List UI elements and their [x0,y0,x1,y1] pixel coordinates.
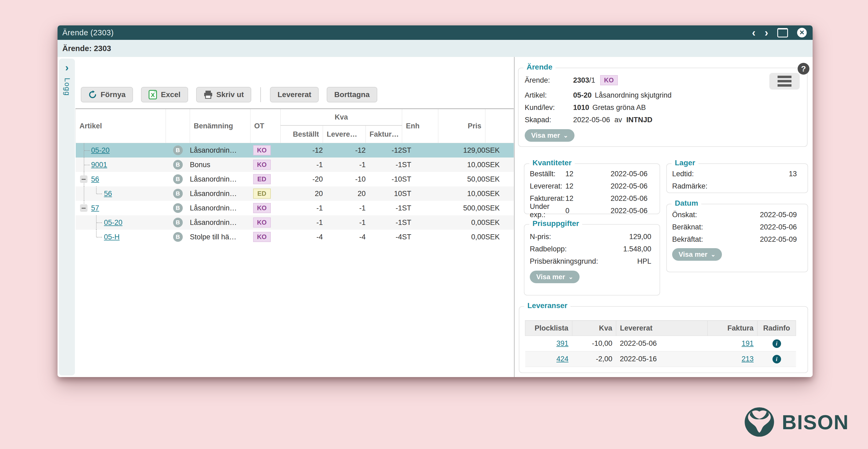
maximize-icon[interactable] [777,28,788,37]
currency-cell: SEK [485,186,514,201]
window-body: › Logg Förnya X Excel [58,57,813,377]
col-header-fakturerat[interactable]: Faktur… [366,125,402,143]
col-header-enh[interactable]: Enh [402,109,438,143]
page: { "window": { "title": "Ärende (2303)", … [0,0,868,449]
info-icon[interactable]: i [773,355,781,363]
field-row: Önskat: 2022-05-09 [672,209,797,221]
artikel-link[interactable]: 56 [91,175,99,183]
back-icon[interactable]: ‹ [752,28,755,37]
field-label: Under exp.: [530,202,565,219]
table-row[interactable]: 56 B Låsanordnin… ED -20 -10 -10 ST 50,0… [76,172,514,186]
skapad-user: INTNJD [626,116,653,124]
faktura-link[interactable]: 213 [741,355,753,363]
col-header-ot[interactable]: OT [250,109,281,143]
col-header-bestallt[interactable]: Beställt [281,125,323,143]
field-label: Ledtid: [672,170,694,178]
collapse-toggle-icon[interactable] [80,175,88,183]
expand-chevron-icon[interactable]: › [65,62,69,73]
toolbar-separator [260,87,261,102]
field-label: Artikel: [525,91,573,99]
tree-guide [97,194,102,194]
delivered-button[interactable]: Levererat [270,87,319,102]
artikel-name: Låsanordning skjutgrind [595,91,672,99]
refresh-button[interactable]: Förnya [81,87,133,102]
visa-mer-button[interactable]: Visa mer ⌄ [672,248,722,261]
print-button[interactable]: Skriv ut [196,87,251,102]
deleted-button[interactable]: Borttagna [327,87,377,102]
excel-button[interactable]: X Excel [141,87,188,102]
bison-logo: BISON [744,407,849,438]
close-icon[interactable]: ✕ [797,28,807,37]
col-header-benamning[interactable]: Benämning [190,109,250,143]
qty-value: 12 [565,194,574,203]
logg-side-tab[interactable]: › Logg [59,59,75,376]
printer-icon [204,90,213,99]
table-row: 424 -2,00 2022-05-16 213 i [525,351,796,367]
col-header-kva-group[interactable]: Kva [281,109,402,126]
forward-icon[interactable]: › [765,28,768,37]
artikel-link[interactable]: 56 [104,190,112,198]
col-header-icon[interactable] [166,109,190,143]
logg-tab-label[interactable]: Logg [63,78,71,96]
radbelopp-value: 1.548,00 [623,245,651,253]
artikel-code: 05-20 [573,91,592,99]
col-header-radinfo[interactable]: Radinfo [757,321,796,336]
bestallt-cell: -20 [281,172,323,186]
table-row[interactable]: 05-20 B Låsanordnin… KO -1 -1 -1 ST 0,00… [76,215,514,230]
info-icon[interactable]: i [773,339,781,348]
field-row: Beställt: 12 2022-05-06 [530,168,648,180]
table-row: 391 -10,00 2022-05-06 191 i [525,336,796,351]
bestallt-cell: -12 [281,143,323,158]
col-header-faktura[interactable]: Faktura [708,321,757,336]
faktura-link[interactable]: 191 [741,339,753,347]
artikel-link[interactable]: 05-20 [91,146,110,154]
ot-badge: ED [253,174,271,184]
artikel-link[interactable]: 9001 [91,161,107,169]
deliveries-table: Plocklista Kva Levererat Faktura Radinfo… [525,320,796,367]
col-header-currency[interactable] [485,109,514,143]
artikel-link[interactable]: 57 [91,204,99,212]
table-row[interactable]: 57 B Låsanordnin… KO -1 -1 -1 ST 500,00 … [76,201,514,215]
artikel-link[interactable]: 05-H [104,233,120,241]
prisberakningsgrund-value: HPL [637,257,651,265]
npris-value: 129,00 [629,233,651,241]
field-row: Radbelopp: 1.548,00 [530,243,651,255]
field-label: Skapad: [525,116,573,124]
col-header-pris[interactable]: Pris [438,109,485,143]
table-row[interactable]: 9001 B Bonus KO -1 -1 -1 ST 10,00 SEK [76,158,514,172]
collapse-toggle-icon[interactable] [80,204,88,212]
col-header-kva[interactable]: Kva [572,321,616,336]
table-row[interactable]: 56 B Låsanordnin… ED 20 20 10 ST 10,00 S… [76,186,514,201]
pris-cell: 0,00 [438,215,485,230]
chevron-down-icon: ⌄ [568,274,573,281]
visa-mer-button[interactable]: Visa mer ⌄ [525,129,575,142]
visa-mer-button[interactable]: Visa mer ⌄ [530,270,580,283]
b-badge: B [173,174,183,184]
col-header-artikel[interactable]: Artikel [76,109,166,143]
benamning-cell: Låsanordnin… [190,172,250,186]
fakturerat-cell: -10 [366,172,402,186]
plocklista-link[interactable]: 391 [556,339,568,347]
help-icon[interactable]: ? [798,63,809,75]
currency-cell: SEK [485,143,514,158]
pris-cell: 10,00 [438,158,485,172]
table-row[interactable]: 05-20 B Låsanordnin… KO -12 -12 -12 ST 1… [76,143,514,158]
enh-cell: ST [402,158,438,172]
bestallt-cell: 20 [281,186,323,201]
artikel-link[interactable]: 05-20 [104,219,123,226]
enh-cell: ST [402,143,438,158]
kund-name: Gretas gröna AB [592,103,646,112]
skapad-date: 2022-05-06 [573,116,610,124]
benamning-cell: Låsanordnin… [190,186,250,201]
plocklista-link[interactable]: 424 [556,355,568,363]
table-row[interactable]: 05-H B Stolpe till hä… KO -4 -4 -4 ST 0,… [76,230,514,244]
field-label: Radbelopp: [530,245,567,253]
b-badge: B [173,203,183,213]
col-header-levererat[interactable]: Levererat [616,321,708,336]
levererat-cell: -1 [323,201,366,215]
b-badge: B [173,146,183,155]
col-header-levererat[interactable]: Levere… [323,125,366,143]
benamning-cell: Låsanordnin… [190,201,250,215]
bestallt-cell: -1 [281,201,323,215]
col-header-plocklista[interactable]: Plocklista [525,321,572,336]
